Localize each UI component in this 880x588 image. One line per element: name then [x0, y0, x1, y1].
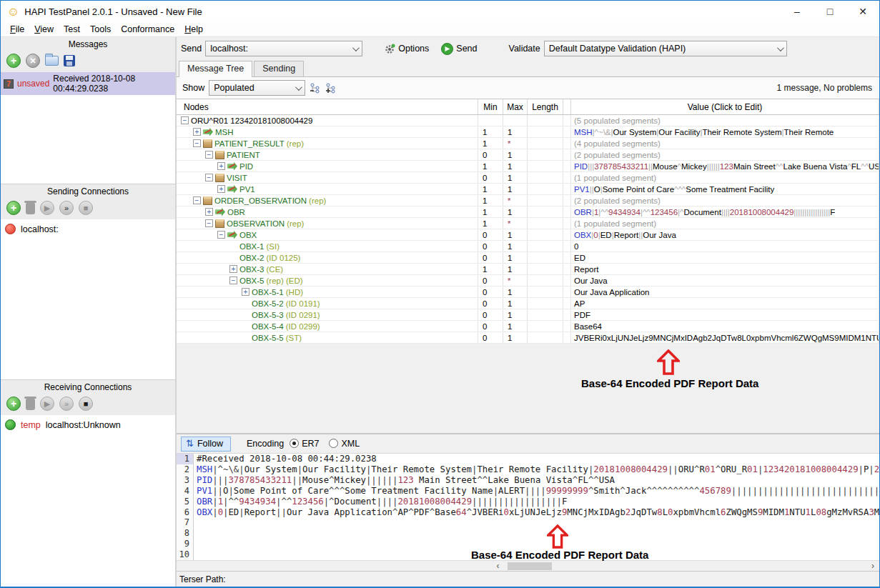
- value-cell[interactable]: MSH|^~\&|Our System|Our Facility|Their R…: [571, 126, 879, 137]
- table-row[interactable]: − PATIENT 0 1 (2 populated segments): [177, 149, 879, 161]
- table-row[interactable]: − ORU^R01 123420181008004429 (5 populate…: [177, 115, 879, 126]
- value-cell[interactable]: (1 populated segment): [571, 218, 879, 229]
- open-file-icon[interactable]: [45, 56, 59, 66]
- maximize-button[interactable]: □: [814, 1, 846, 22]
- close-message-button[interactable]: ✕: [26, 54, 40, 68]
- table-row[interactable]: − OBX-5 (rep) (ED) 0 * Our Java: [177, 275, 879, 286]
- line-content[interactable]: #Received 2018-10-08 00:44:29.0238: [194, 454, 879, 464]
- horizontal-scrollbar[interactable]: ‹ ›: [177, 560, 879, 571]
- table-row[interactable]: − VISIT 0 1 (1 populated segment): [177, 172, 879, 184]
- value-cell[interactable]: Report: [571, 264, 879, 274]
- start-connection-button[interactable]: ▶: [40, 201, 54, 215]
- table-row[interactable]: OBX-5-3 (ID 0291) 0 1 PDF: [177, 309, 879, 321]
- value-cell[interactable]: (1 populated segment): [571, 172, 879, 183]
- radio-er7[interactable]: ER7: [290, 439, 319, 449]
- line-content[interactable]: PID|||378785433211||Mouse^Mickey||||||12…: [194, 475, 879, 486]
- options-button[interactable]: Options: [380, 41, 433, 56]
- line-content[interactable]: PV1||O|Some Point of Care^^^Some Treatme…: [194, 486, 879, 497]
- value-cell[interactable]: (2 populated segments): [571, 195, 879, 206]
- scrollbar-thumb[interactable]: [508, 562, 552, 570]
- collapse-all-icon[interactable]: [310, 82, 321, 94]
- menu-item-tools[interactable]: Tools: [85, 24, 116, 35]
- tree-toggle[interactable]: +: [205, 208, 213, 216]
- line-content[interactable]: OBR|1|^^9434934|^^123456|^Document||||20…: [194, 497, 879, 507]
- value-cell[interactable]: PID|||378785433211||Mouse^Mickey||||||12…: [571, 161, 879, 171]
- tree-toggle[interactable]: −: [205, 174, 213, 181]
- value-cell[interactable]: PV1||O|Some Point of Care^^^Some Treatme…: [571, 184, 879, 194]
- table-row[interactable]: + OBX-5-1 (HD) 0 1 Our Java Application: [177, 286, 879, 298]
- radio-xml[interactable]: XML: [329, 439, 360, 449]
- receiving-connection-item[interactable]: temp localhost:Unknown: [1, 415, 175, 432]
- line-content[interactable]: MSH|^~\&|Our System|Our Facility|Their R…: [194, 464, 879, 475]
- tree-toggle[interactable]: +: [217, 185, 225, 193]
- value-cell[interactable]: (4 populated segments): [571, 138, 879, 149]
- table-row[interactable]: OBX-2 (ID 0125) 0 1 ED: [177, 252, 879, 264]
- table-row[interactable]: + PID 1 1 PID|||378785433211||Mouse^Mick…: [177, 161, 879, 172]
- scroll-right-icon[interactable]: ›: [866, 561, 879, 571]
- show-combobox[interactable]: Populated: [209, 80, 305, 96]
- table-row[interactable]: − OBSERVATION (rep) 1 * (1 populated seg…: [177, 218, 879, 229]
- tree-toggle[interactable]: −: [193, 196, 201, 204]
- tree-toggle[interactable]: [242, 322, 249, 330]
- table-row[interactable]: OBX-5-4 (ID 0299) 0 1 Base64: [177, 321, 879, 332]
- line-content[interactable]: [194, 549, 879, 560]
- start-all-receiving-button[interactable]: »: [59, 397, 74, 411]
- tree-toggle[interactable]: −: [205, 151, 213, 159]
- line-content[interactable]: [194, 517, 879, 528]
- add-connection-button[interactable]: +: [6, 201, 21, 215]
- value-cell[interactable]: (2 populated segments): [571, 149, 879, 160]
- sending-connection-item[interactable]: localhost:: [1, 219, 175, 236]
- menu-item-view[interactable]: View: [29, 24, 59, 35]
- column-header-min[interactable]: Min: [478, 99, 503, 114]
- table-row[interactable]: + OBX-3 (CE) 1 1 Report: [177, 264, 879, 275]
- close-button[interactable]: ✕: [846, 1, 879, 22]
- value-cell[interactable]: OBR|1|^^9434934|^^123456|^Document||||20…: [571, 206, 879, 217]
- add-receiving-connection-button[interactable]: +: [6, 397, 21, 411]
- value-cell[interactable]: 0: [571, 241, 879, 251]
- tree-toggle[interactable]: [229, 254, 237, 261]
- er7-editor[interactable]: 1 #Received 2018-10-08 00:44:29.0238 2 M…: [177, 454, 879, 560]
- menu-item-test[interactable]: Test: [59, 24, 85, 35]
- start-receiving-button[interactable]: ▶: [40, 397, 54, 411]
- value-cell[interactable]: PDF: [571, 309, 879, 320]
- send-target-combobox[interactable]: localhost:: [205, 41, 362, 56]
- column-header-length[interactable]: Length: [528, 99, 563, 114]
- table-row[interactable]: OBX-5-5 (ST) 0 1 JVBERi0xLjUNJeLjz9MNCjM…: [177, 332, 879, 344]
- minimize-button[interactable]: –: [781, 1, 814, 22]
- line-content[interactable]: [194, 539, 879, 549]
- stop-connection-button[interactable]: ■: [79, 201, 93, 215]
- tree-toggle[interactable]: −: [229, 276, 237, 284]
- table-row[interactable]: + MSH 1 1 MSH|^~\&|Our System|Our Facili…: [177, 126, 879, 138]
- add-message-button[interactable]: +: [6, 54, 21, 68]
- value-cell[interactable]: (5 populated segments): [571, 115, 879, 126]
- tree-toggle[interactable]: −: [193, 139, 201, 147]
- tree-toggle[interactable]: +: [193, 128, 201, 136]
- delete-connection-icon[interactable]: [26, 203, 35, 214]
- tree-toggle[interactable]: −: [205, 219, 213, 227]
- start-all-connections-button[interactable]: »: [59, 201, 74, 215]
- value-cell[interactable]: AP: [571, 298, 879, 309]
- menu-item-conformance[interactable]: Conformance: [116, 24, 179, 35]
- send-button[interactable]: Send: [437, 41, 481, 56]
- value-cell[interactable]: Base64: [571, 321, 879, 332]
- tree-toggle[interactable]: +: [229, 265, 237, 273]
- table-row[interactable]: OBX-5-2 (ID 0191) 0 1 AP: [177, 298, 879, 309]
- line-content[interactable]: OBX|0|ED|Report||Our Java Application^AP…: [194, 507, 879, 518]
- menu-item-help[interactable]: Help: [179, 24, 208, 35]
- table-row[interactable]: + PV1 1 1 PV1||O|Some Point of Care^^^So…: [177, 184, 879, 195]
- tree-toggle[interactable]: [242, 334, 249, 342]
- line-content[interactable]: [194, 528, 879, 539]
- menu-item-file[interactable]: File: [5, 24, 29, 35]
- table-row[interactable]: − OBX 0 1 OBX|0|ED|Report||Our Java: [177, 229, 879, 241]
- value-cell[interactable]: Our Java: [571, 275, 879, 286]
- message-list-item[interactable]: 7 unsaved Received 2018-10-08 00:44:29.0…: [1, 72, 175, 95]
- table-row[interactable]: + OBR 1 1 OBR|1|^^9434934|^^123456|^Docu…: [177, 206, 879, 218]
- delete-receiving-connection-icon[interactable]: [26, 399, 35, 410]
- value-cell[interactable]: ED: [571, 252, 879, 263]
- scroll-left-icon[interactable]: ‹: [492, 561, 505, 571]
- tree-toggle[interactable]: [242, 311, 249, 319]
- tab-sending[interactable]: Sending: [254, 61, 304, 76]
- tree-toggle[interactable]: +: [242, 288, 249, 296]
- value-cell[interactable]: OBX|0|ED|Report||Our Java: [571, 229, 879, 240]
- validate-combobox[interactable]: Default Datatype Validation (HAPI): [544, 41, 787, 56]
